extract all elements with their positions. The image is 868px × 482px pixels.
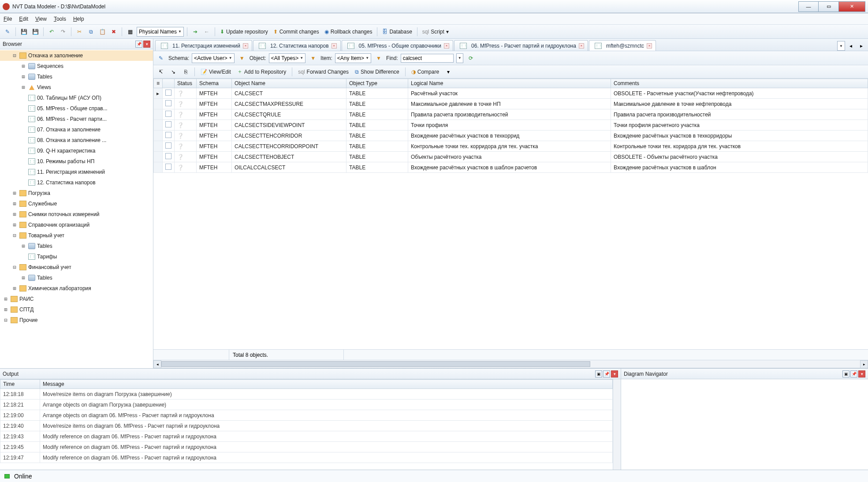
expand-icon[interactable]: ⊞: [11, 211, 18, 217]
col-objtype[interactable]: Object Type: [346, 79, 408, 88]
output-row[interactable]: 12:19:00Arrange objects on diagram 06. M…: [0, 410, 613, 421]
compare-button[interactable]: ◑Compare: [410, 69, 441, 75]
undo-icon[interactable]: ↶: [47, 27, 56, 37]
menu-edit[interactable]: Edit: [19, 16, 28, 22]
menu-tools[interactable]: Tools: [54, 16, 66, 22]
expand-icon[interactable]: ⊞: [20, 63, 26, 69]
tab[interactable]: 06. MfPress - Расчет партий и гидроуклон…: [454, 40, 588, 51]
panel-close-icon[interactable]: ▾: [858, 370, 865, 377]
col-logname[interactable]: Logical Name: [408, 79, 611, 88]
tab-close-icon[interactable]: ×: [647, 43, 652, 49]
tree-node[interactable]: ⊞Снимки поточных измерений: [0, 209, 153, 220]
cut-icon[interactable]: ✂: [75, 27, 84, 37]
tree-node[interactable]: 11. Регистрация изменений: [0, 167, 153, 177]
tree-node[interactable]: ⊞Tables: [0, 71, 153, 82]
tree-node[interactable]: ⊞СПТД: [0, 304, 153, 315]
panel-restore-icon[interactable]: ▣: [842, 370, 849, 377]
tree-node[interactable]: ⊟Финансовый учет: [0, 262, 153, 273]
row-check[interactable]: [163, 120, 175, 131]
filter-icon[interactable]: ▼: [374, 53, 384, 63]
expand-icon[interactable]: ⊞: [20, 275, 26, 281]
go-right-icon[interactable]: ➔: [190, 27, 200, 37]
tab-close-icon[interactable]: ×: [332, 43, 337, 49]
row-check[interactable]: [163, 88, 175, 99]
nav-prev-icon[interactable]: ↸: [156, 67, 166, 77]
delete-icon[interactable]: ✖: [109, 27, 119, 37]
row-check[interactable]: [163, 109, 175, 120]
scroll-right-icon[interactable]: ▸: [860, 360, 868, 368]
expand-icon[interactable]: ⊞: [20, 74, 26, 80]
pin-icon[interactable]: 📌: [603, 370, 610, 377]
panel-close-icon[interactable]: ▾: [611, 370, 618, 377]
rollback-button[interactable]: ◉Rollback changes: [323, 29, 374, 35]
table-row[interactable]: ❔MFTEHCALCSECTSIDEVIEWPOINTTABLEТочки пр…: [154, 120, 868, 131]
expand-icon[interactable]: ⊞: [11, 222, 18, 228]
addrepo-button[interactable]: ＋Add to Repository: [235, 68, 288, 75]
tab-close-icon[interactable]: ×: [444, 43, 449, 49]
navigator-canvas[interactable]: [621, 379, 868, 470]
expand-icon[interactable]: ⊞: [11, 201, 18, 207]
table-row[interactable]: ❔MFTEHCALCSECTMAXPRESSURETABLEМаксимальн…: [154, 99, 868, 109]
menu-file[interactable]: File: [4, 16, 12, 22]
expand-icon[interactable]: ⊞: [11, 190, 18, 196]
find-dropdown[interactable]: ▼: [456, 53, 463, 63]
col-check[interactable]: [163, 79, 175, 88]
col-menu[interactable]: ≡: [154, 79, 163, 88]
tree-node[interactable]: ⊞Химическая лаборатория: [0, 283, 153, 294]
filter-icon[interactable]: ▼: [237, 53, 247, 63]
copy-icon[interactable]: ⧉: [86, 27, 96, 37]
col-comments[interactable]: Comments: [611, 79, 868, 88]
nav-next-icon[interactable]: ↘: [168, 67, 178, 77]
grid-icon[interactable]: ▦: [125, 27, 135, 37]
compare-more-icon[interactable]: ▾: [443, 67, 453, 77]
redo-icon[interactable]: ↷: [58, 27, 68, 37]
panel-restore-icon[interactable]: ▣: [595, 370, 602, 377]
expand-icon[interactable]: ⊞: [20, 243, 26, 249]
update-repo-button[interactable]: ⬇Update repository: [218, 29, 270, 35]
results-grid[interactable]: ≡ Status Schema Object Name Object Type …: [153, 78, 868, 349]
tree-node[interactable]: 06. MfPress - Расчет парти...: [0, 114, 153, 124]
table-row[interactable]: ❔MFTEHCALCSECTQRULETABLEПравила расчета …: [154, 109, 868, 120]
tree-node[interactable]: ⊟Прочие: [0, 315, 153, 325]
col-objname[interactable]: Object Name: [232, 79, 346, 88]
output-row[interactable]: 12:19:40Move/resize items on diagram 06.…: [0, 421, 613, 431]
output-vscroll[interactable]: [613, 379, 621, 470]
output-table[interactable]: Time Message 12:18:18Move/resize items o…: [0, 379, 613, 470]
tree-node[interactable]: ⊞Views: [0, 82, 153, 93]
tab-prev-icon[interactable]: ◂: [846, 41, 856, 51]
names-mode-combo[interactable]: Physical Names ▼: [137, 27, 184, 37]
tab[interactable]: 05. MfPress - Общие справочники×: [342, 40, 454, 51]
row-check[interactable]: [163, 152, 175, 162]
tree-node[interactable]: 00. Таблицы MF (АСУ ОП): [0, 93, 153, 103]
output-row[interactable]: 12:19:47Modify reference on diagram 06. …: [0, 452, 613, 463]
col-time[interactable]: Time: [0, 380, 40, 389]
wand-icon[interactable]: ✎: [3, 27, 12, 37]
forward-button[interactable]: sqlForward Changes: [296, 69, 350, 75]
tree-node[interactable]: ⊟Откачка и заполнение: [0, 50, 153, 61]
output-row[interactable]: 12:18:21Arrange objects on diagram Погру…: [0, 400, 613, 410]
tab-list-dropdown[interactable]: ▼: [837, 41, 845, 51]
scroll-thumb[interactable]: [161, 361, 590, 367]
filter-icon[interactable]: ▼: [308, 53, 318, 63]
tree-node[interactable]: 05. MfPress - Общие справ...: [0, 103, 153, 114]
tab-next-icon[interactable]: ▸: [857, 41, 866, 51]
tree-node[interactable]: ⊞Tables: [0, 273, 153, 283]
maximize-button[interactable]: ▭: [819, 1, 839, 12]
tree-node[interactable]: 10. Режимы работы НП: [0, 156, 153, 167]
diff-button[interactable]: ⧉Show Difference: [353, 69, 401, 75]
menu-view[interactable]: View: [35, 16, 47, 22]
tree-node[interactable]: ⊟Товарный учет: [0, 230, 153, 241]
col-schema[interactable]: Schema: [197, 79, 232, 88]
row-check[interactable]: [163, 99, 175, 109]
table-row[interactable]: ❔MFTEHCALCSECTTEHCORRIDORTABLEВхождение …: [154, 131, 868, 141]
save-all-icon[interactable]: 💾: [30, 27, 40, 37]
browser-tree[interactable]: ⊟Откачка и заполнение⊞Sequences⊞Tables⊞V…: [0, 49, 153, 368]
pin-icon[interactable]: 📌: [850, 370, 857, 377]
menu-help[interactable]: Help: [73, 16, 84, 22]
viewedit-button[interactable]: 📝View/Edit: [199, 69, 233, 75]
tree-node[interactable]: ⊞Погрузка: [0, 188, 153, 198]
item-combo[interactable]: <Any Item>▼: [335, 53, 371, 63]
script-button[interactable]: sqlScript▾: [421, 29, 451, 35]
tab[interactable]: mfteh@szmnctc×: [589, 40, 656, 51]
find-input[interactable]: [401, 54, 454, 63]
